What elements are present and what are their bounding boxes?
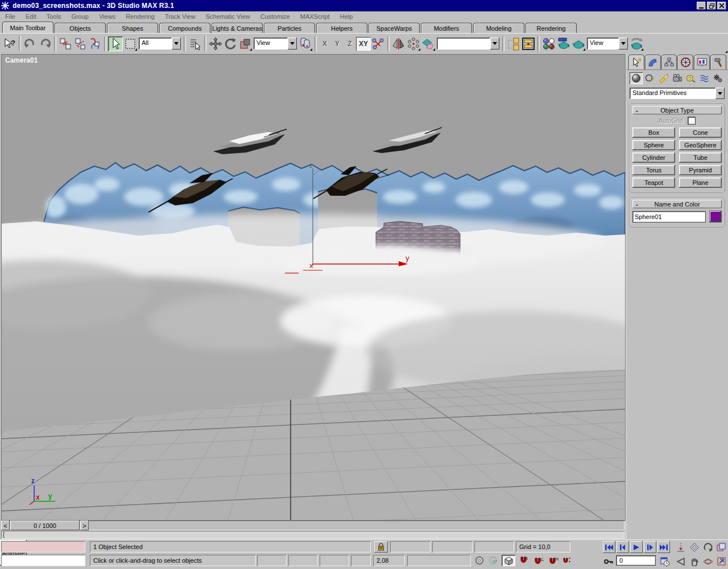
tab-display[interactable]	[694, 55, 710, 69]
geosphere-button[interactable]: GeoSphere	[679, 140, 722, 150]
viewport-label[interactable]: Camera01	[5, 56, 38, 64]
axis-y-button[interactable]: Y	[331, 37, 344, 51]
unlink-button[interactable]	[73, 36, 88, 51]
minimize-button[interactable]	[697, 2, 706, 10]
tab-rendering[interactable]: Rendering	[526, 23, 577, 33]
play-button[interactable]	[630, 541, 643, 553]
viewport-scene[interactable]: z y x z y x Camera01	[2, 55, 625, 520]
undo-button[interactable]	[23, 36, 38, 51]
maximize-viewport-button[interactable]	[715, 541, 727, 553]
plane-button[interactable]: Plane	[679, 178, 722, 188]
tab-create[interactable]	[628, 55, 644, 69]
named-selections-dropdown[interactable]	[437, 38, 499, 50]
title-bar[interactable]: demo03_screenshots.max - 3D Studio MAX R…	[0, 0, 728, 11]
quick-render-button[interactable]	[629, 36, 644, 51]
track-bar[interactable]: [	[1, 531, 624, 539]
menu-views[interactable]: Views	[94, 12, 121, 21]
track-view-button[interactable]	[506, 36, 521, 51]
menu-help[interactable]: Help	[335, 12, 358, 21]
tab-modeling[interactable]: Modeling	[473, 23, 524, 33]
tab-main-toolbar[interactable]: Main Toolbar	[2, 22, 53, 33]
dropdown-arrow-icon[interactable]	[619, 38, 628, 50]
menu-group[interactable]: Group	[66, 12, 94, 21]
bind-spacewarp-button[interactable]	[88, 36, 102, 51]
dropdown-arrow-icon[interactable]	[288, 38, 297, 50]
time-tag-field[interactable]	[407, 555, 471, 566]
camera-viewport[interactable]: z y x z y x Camera01	[1, 54, 626, 521]
category-cameras[interactable]	[671, 72, 684, 84]
field-of-view-button[interactable]	[675, 555, 687, 567]
current-frame-field[interactable]: 0	[616, 555, 656, 566]
category-geometry[interactable]	[630, 72, 643, 84]
menu-rendering[interactable]: Rendering	[121, 12, 160, 21]
tab-spacewarps[interactable]: SpaceWarps	[369, 23, 420, 33]
min-max-toggle-button[interactable]	[715, 555, 727, 567]
object-color-swatch[interactable]	[709, 211, 722, 222]
time-slider-next-button[interactable]: >	[80, 521, 89, 530]
category-shapes[interactable]	[643, 72, 656, 84]
select-move-button[interactable]	[208, 36, 223, 51]
angle-snap-toggle-2[interactable]	[532, 555, 546, 566]
schematic-view-button[interactable]	[521, 36, 536, 51]
tab-shapes[interactable]: Shapes	[107, 23, 158, 33]
selection-filter-dropdown[interactable]: All	[139, 38, 181, 50]
tab-utilities[interactable]	[710, 55, 726, 69]
tab-objects[interactable]: Objects	[55, 23, 106, 33]
menu-edit[interactable]: Edit	[20, 12, 42, 21]
coordinate-z-field[interactable]	[474, 541, 514, 552]
key-mode-toggle[interactable]	[603, 555, 614, 567]
axis-xy-button[interactable]: XY	[356, 37, 371, 51]
sphere-button[interactable]: Sphere	[632, 140, 675, 150]
align-button[interactable]	[421, 36, 436, 51]
select-rotate-button[interactable]	[223, 36, 238, 51]
zoom-extents-all-button[interactable]	[688, 541, 701, 553]
select-by-name-button[interactable]	[188, 36, 202, 51]
next-frame-button[interactable]	[644, 541, 656, 553]
go-to-start-button[interactable]	[603, 541, 615, 553]
primitives-dropdown[interactable]: Standard Primitives	[630, 88, 725, 99]
tab-lights-cameras[interactable]: Lights & Cameras	[212, 23, 263, 33]
axis-z-button[interactable]: Z	[344, 37, 356, 51]
pyramid-button[interactable]: Pyramid	[679, 165, 722, 175]
maxscript-listener-white[interactable]	[1, 555, 85, 566]
dropdown-arrow-icon[interactable]	[172, 38, 181, 50]
material-editor-button[interactable]	[541, 36, 556, 51]
axis-x-button[interactable]: X	[318, 37, 331, 51]
menu-tools[interactable]: Tools	[42, 12, 67, 21]
torus-button[interactable]: Torus	[632, 165, 675, 175]
select-link-button[interactable]	[58, 36, 73, 51]
tab-modify[interactable]	[645, 55, 661, 69]
tab-modifiers[interactable]: Modifiers	[421, 23, 472, 33]
redo-button[interactable]	[38, 36, 52, 51]
tab-motion[interactable]	[677, 55, 693, 69]
menu-maxscript[interactable]: MAXScript	[295, 12, 335, 21]
time-slider-handle[interactable]: 0 / 1000	[10, 521, 80, 530]
time-slider-prev-button[interactable]: <	[1, 521, 10, 530]
prev-frame-button[interactable]	[617, 541, 629, 553]
mirror-button[interactable]	[391, 36, 406, 51]
maxscript-listener-pink[interactable]	[1, 541, 85, 552]
coordinate-x-field[interactable]	[390, 541, 431, 552]
menu-trackview[interactable]: Track View	[160, 12, 201, 21]
category-helpers[interactable]	[684, 72, 697, 84]
select-object-button[interactable]	[108, 36, 123, 51]
select-scale-button[interactable]	[238, 36, 253, 51]
autogrid-checkbox[interactable]	[688, 117, 696, 125]
object-name-field[interactable]: Sphere01	[632, 211, 706, 222]
angle-snap-toggle[interactable]: 3	[518, 555, 531, 566]
render-type-dropdown[interactable]: View	[587, 38, 628, 50]
category-spacewarps[interactable]	[698, 72, 711, 84]
truck-camera-button[interactable]	[688, 555, 701, 567]
snap-3d-toggle[interactable]	[502, 555, 515, 566]
percent-snap-toggle[interactable]: %	[547, 555, 561, 566]
render-last-button[interactable]	[571, 36, 586, 51]
name-color-rollout-header[interactable]: - Name and Color	[632, 200, 722, 208]
teapot-button[interactable]: Teapot	[632, 178, 675, 188]
degradation-override-toggle[interactable]	[487, 555, 499, 566]
region-select-button[interactable]	[123, 36, 138, 51]
go-to-end-button[interactable]	[657, 541, 670, 553]
cylinder-button[interactable]: Cylinder	[632, 152, 675, 163]
tab-compounds[interactable]: Compounds	[159, 23, 210, 33]
spinner-snap-toggle[interactable]	[562, 555, 572, 566]
dolly-camera-button[interactable]	[675, 541, 687, 553]
